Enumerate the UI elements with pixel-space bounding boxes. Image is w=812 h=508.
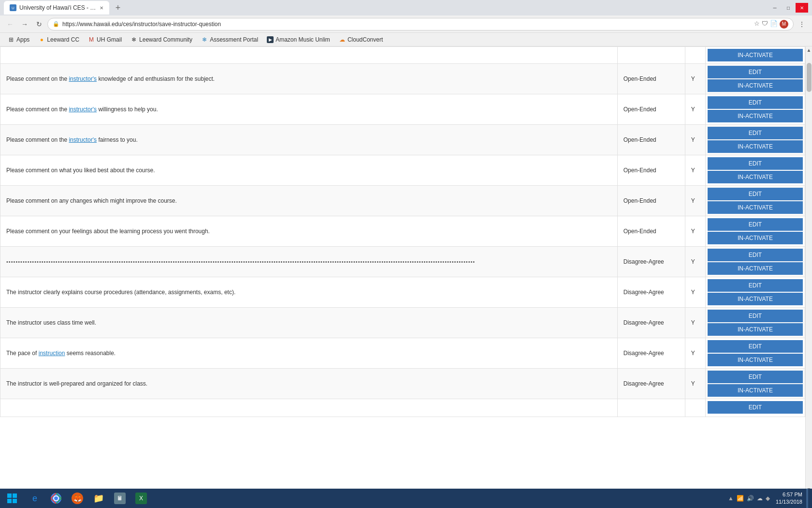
actions-cell: EDIT IN-ACTIVATE bbox=[705, 308, 805, 338]
actions-cell: EDIT IN-ACTIVATE bbox=[705, 64, 805, 94]
type-text: Disagree-Agree bbox=[624, 380, 664, 387]
address-bar[interactable]: 🔒 https://www.hawaii.edu/ces/instructor/… bbox=[47, 18, 794, 30]
edit-button[interactable]: EDIT bbox=[708, 340, 803, 353]
volume-icon: 🔊 bbox=[747, 495, 754, 502]
edit-button[interactable]: EDIT bbox=[708, 66, 803, 78]
type-text: Disagree-Agree bbox=[624, 258, 664, 265]
taskbar-right: ▲ 📶 🔊 ☁ ◆ 6:57 PM 11/13/2018 bbox=[724, 489, 812, 508]
inactivate-button[interactable]: IN-ACTIVATE bbox=[708, 384, 803, 397]
table-row-partial-bottom: EDIT bbox=[0, 399, 805, 417]
back-button[interactable]: ← bbox=[4, 18, 16, 30]
actions-cell: EDIT bbox=[705, 399, 805, 417]
edit-button[interactable]: EDIT bbox=[708, 127, 803, 139]
bookmark-uh-gmail[interactable]: M UH Gmail bbox=[84, 35, 126, 44]
type-cell: Disagree-Agree bbox=[617, 308, 685, 338]
actions-cell: IN-ACTIVATE bbox=[705, 47, 805, 64]
minimize-button[interactable]: ─ bbox=[768, 3, 781, 13]
refresh-button[interactable]: ↻ bbox=[33, 18, 45, 30]
inactivate-button[interactable]: IN-ACTIVATE bbox=[708, 262, 803, 275]
active-text: Y bbox=[691, 106, 695, 113]
taskbar-item-ie[interactable]: e bbox=[24, 489, 45, 508]
system-tray-icons: ▲ 📶 🔊 ☁ ◆ bbox=[724, 495, 774, 502]
system-clock: 6:57 PM 11/13/2018 bbox=[776, 491, 802, 506]
inactivate-button[interactable]: IN-ACTIVATE bbox=[708, 323, 803, 336]
inactivate-button[interactable]: IN-ACTIVATE bbox=[708, 79, 803, 92]
edit-button[interactable]: EDIT bbox=[708, 371, 803, 383]
edit-button[interactable]: EDIT bbox=[708, 188, 803, 200]
forward-button[interactable]: → bbox=[18, 18, 31, 30]
inactivate-button[interactable]: IN-ACTIVATE bbox=[708, 110, 803, 122]
type-text: Disagree-Agree bbox=[624, 319, 664, 326]
inactivate-button[interactable]: IN-ACTIVATE bbox=[708, 354, 803, 366]
tab-close-button[interactable]: ✕ bbox=[100, 5, 103, 11]
scroll-thumb[interactable] bbox=[807, 63, 812, 92]
calculator-icon: 🖩 bbox=[114, 493, 126, 504]
question-cell: ••••••••••••••••••••••••••••••••••••••••… bbox=[0, 247, 618, 277]
question-text: The instructor clearly explains course p… bbox=[6, 289, 235, 296]
link-text[interactable]: instructor's bbox=[69, 75, 97, 82]
bookmark-assessment-portal[interactable]: ❄ Assessment Portal bbox=[197, 35, 262, 44]
edit-button[interactable]: EDIT bbox=[708, 249, 803, 261]
taskbar-item-file-manager[interactable]: 📁 bbox=[88, 489, 109, 508]
taskbar-item-calculator[interactable]: 🖩 bbox=[109, 489, 130, 508]
bookmark-apps[interactable]: ⊞ Apps bbox=[4, 35, 33, 44]
bookmark-leeward-community[interactable]: ❄ Leeward Community bbox=[127, 35, 196, 44]
type-cell: Open-Ended bbox=[617, 216, 685, 247]
bookmark-amazon-music[interactable]: ▶ Amazon Music Unlim bbox=[263, 35, 334, 44]
inactivate-button[interactable]: IN-ACTIVATE bbox=[708, 49, 803, 61]
new-tab-button[interactable]: + bbox=[111, 1, 125, 15]
edit-button[interactable]: EDIT bbox=[708, 96, 803, 109]
link-text[interactable]: instruction bbox=[39, 350, 65, 357]
inactivate-button[interactable]: IN-ACTIVATE bbox=[708, 293, 803, 305]
table-row: Please comment on the instructor's willi… bbox=[0, 94, 805, 125]
question-cell: The pace of instruction seems reasonable… bbox=[0, 338, 618, 369]
question-cell: Please comment on the instructor's willi… bbox=[0, 94, 618, 125]
active-cell: Y bbox=[685, 94, 705, 125]
cloudconvert-icon: ☁ bbox=[339, 36, 346, 43]
leeward-community-icon: ❄ bbox=[130, 36, 137, 43]
taskbar-items: e 🦊 📁 🖩 X bbox=[24, 489, 152, 508]
bookmark-cloudconvert[interactable]: ☁ CloudConvert bbox=[335, 35, 387, 44]
type-cell: Disagree-Agree bbox=[617, 277, 685, 308]
link-text[interactable]: instructor's bbox=[69, 106, 97, 113]
profile-icon[interactable]: M bbox=[780, 20, 788, 29]
taskbar-item-excel[interactable]: X bbox=[130, 489, 152, 508]
active-cell: Y bbox=[685, 308, 705, 338]
start-button[interactable] bbox=[0, 489, 24, 508]
table-row: IN-ACTIVATE bbox=[0, 47, 805, 64]
question-cell: Please comment on the instructor's fairn… bbox=[0, 125, 618, 155]
question-cell: The instructor is well-prepared and orga… bbox=[0, 369, 618, 399]
edit-button[interactable]: EDIT bbox=[708, 401, 803, 414]
actions-cell: EDIT IN-ACTIVATE bbox=[705, 338, 805, 369]
question-cell: Please comment on the instructor's knowl… bbox=[0, 64, 618, 94]
edit-button[interactable]: EDIT bbox=[708, 310, 803, 322]
type-cell: Disagree-Agree bbox=[617, 369, 685, 399]
taskbar-item-firefox[interactable]: 🦊 bbox=[67, 489, 88, 508]
browser-tab[interactable]: U University of Hawai'i CES - Cour... ✕ bbox=[4, 1, 109, 15]
question-text: Please comment on your feelings about th… bbox=[6, 228, 210, 235]
inactivate-button[interactable]: IN-ACTIVATE bbox=[708, 140, 803, 153]
vertical-scrollbar[interactable]: ▲ ▼ bbox=[805, 46, 812, 493]
scroll-up-button[interactable]: ▲ bbox=[806, 46, 812, 53]
extension-icon-2[interactable]: 📄 bbox=[770, 20, 778, 29]
edit-button[interactable]: EDIT bbox=[708, 157, 803, 170]
type-text: Open-Ended bbox=[624, 106, 656, 113]
close-button[interactable]: ✕ bbox=[796, 3, 808, 13]
edit-button[interactable]: EDIT bbox=[708, 279, 803, 292]
inactivate-button[interactable]: IN-ACTIVATE bbox=[708, 171, 803, 183]
inactivate-button[interactable]: IN-ACTIVATE bbox=[708, 232, 803, 244]
ssl-lock-icon: 🔒 bbox=[53, 21, 59, 27]
bookmark-leeward-cc[interactable]: ● Leeward CC bbox=[34, 35, 83, 44]
taskbar-item-chrome[interactable] bbox=[45, 489, 67, 508]
star-icon[interactable]: ☆ bbox=[754, 20, 760, 29]
show-desktop-button[interactable] bbox=[806, 489, 808, 508]
maximize-button[interactable]: □ bbox=[782, 3, 795, 13]
edit-button[interactable]: EDIT bbox=[708, 218, 803, 231]
link-text[interactable]: instructor's bbox=[69, 136, 97, 143]
settings-button[interactable]: ⋮ bbox=[796, 18, 808, 30]
active-text: Y bbox=[691, 136, 695, 143]
inactivate-button[interactable]: IN-ACTIVATE bbox=[708, 201, 803, 214]
firefox-icon: 🦊 bbox=[72, 493, 83, 504]
gmail-icon: M bbox=[88, 36, 95, 43]
extension-icon-1[interactable]: 🛡 bbox=[762, 20, 768, 29]
